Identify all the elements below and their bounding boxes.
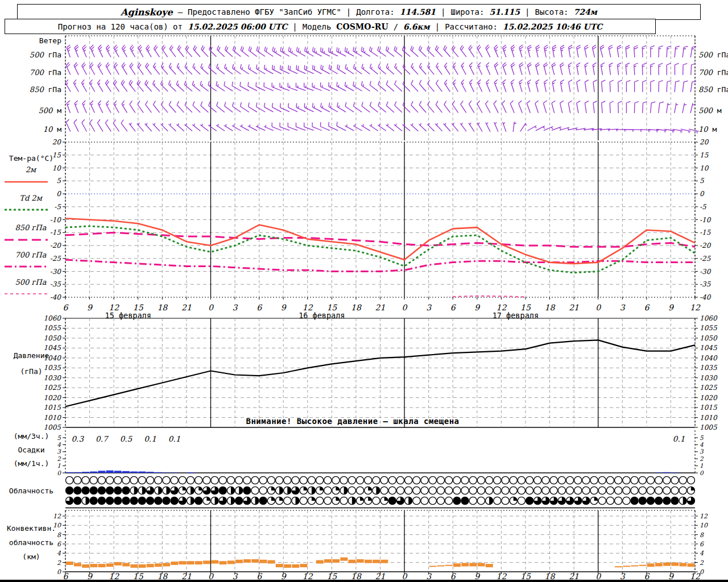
svg-text:0: 0 bbox=[57, 568, 61, 576]
convective-bar bbox=[106, 563, 114, 567]
convective-bar bbox=[486, 564, 493, 567]
svg-text:0: 0 bbox=[595, 303, 601, 312]
svg-text:0: 0 bbox=[700, 469, 704, 476]
precip-bar bbox=[82, 472, 89, 473]
legend-500-line bbox=[5, 292, 48, 296]
svg-text:12: 12 bbox=[53, 513, 61, 520]
convective-bar bbox=[365, 560, 372, 563]
pressure-panel-title: Давление bbox=[1, 351, 61, 360]
convective-panel: 224466881010121200 bbox=[53, 510, 708, 576]
svg-text:1035: 1035 bbox=[700, 364, 718, 372]
svg-text:1060: 1060 bbox=[43, 314, 61, 322]
svg-text:20: 20 bbox=[52, 138, 62, 146]
precip-bar bbox=[66, 472, 73, 473]
precip-bar bbox=[163, 472, 170, 473]
convective-bar bbox=[688, 563, 695, 567]
svg-text:9: 9 bbox=[87, 303, 93, 312]
convective-bar bbox=[437, 566, 445, 567]
convective-bar bbox=[615, 566, 622, 567]
convective-bar bbox=[300, 564, 307, 567]
svg-text:6: 6 bbox=[700, 541, 704, 548]
convective-title-line3: (км) bbox=[1, 552, 61, 561]
precip-bar bbox=[138, 472, 146, 473]
precip-bar bbox=[130, 472, 138, 473]
temp-panel-title: Тем-ра(°C) bbox=[1, 154, 61, 163]
legend-700-line bbox=[5, 265, 48, 268]
pressure-panel: 1060106010551055105010501045104510401040… bbox=[43, 314, 717, 431]
convective-bar bbox=[276, 564, 283, 567]
convective-bar bbox=[357, 559, 364, 563]
convective-title-line2: облачность bbox=[1, 538, 61, 547]
precipitation-panel: 0011223344550.30.70.50.10.10.1 bbox=[57, 430, 704, 476]
precip-3h-amount: 0.1 bbox=[168, 434, 180, 443]
convective-bar bbox=[671, 563, 679, 566]
convective-bar bbox=[469, 563, 477, 566]
precip-rate3-label: (мм/3ч.) bbox=[1, 432, 61, 440]
svg-text:12: 12 bbox=[690, 572, 701, 581]
convective-bar bbox=[139, 564, 146, 568]
svg-text:4: 4 bbox=[700, 550, 704, 557]
convective-bar bbox=[251, 559, 259, 563]
precip-3h-amount: 0.1 bbox=[673, 434, 685, 443]
svg-text:9: 9 bbox=[474, 303, 480, 312]
svg-text:1050: 1050 bbox=[700, 334, 718, 342]
precip-bar bbox=[122, 471, 130, 473]
convective-bar bbox=[679, 563, 686, 566]
precip-bar bbox=[114, 471, 122, 473]
svg-text:21: 21 bbox=[375, 572, 386, 581]
svg-text:0: 0 bbox=[700, 568, 704, 576]
legend-t2m-line bbox=[5, 180, 48, 184]
svg-text:3: 3 bbox=[233, 303, 238, 312]
wind-barbs-row-4 bbox=[67, 101, 694, 113]
wind-level-500hpa-right: 500 гПа bbox=[698, 51, 728, 59]
cloud-row-lower bbox=[65, 497, 694, 504]
wind-level-700hpa-left: 700 гПа bbox=[5, 68, 61, 77]
svg-text:5: 5 bbox=[700, 434, 704, 441]
svg-text:21: 21 bbox=[181, 572, 192, 581]
svg-text:9: 9 bbox=[281, 303, 287, 312]
svg-text:-10: -10 bbox=[50, 216, 62, 224]
svg-text:1020: 1020 bbox=[43, 394, 61, 402]
convective-bar bbox=[316, 560, 324, 564]
wind-level-500m-left: 500 м bbox=[5, 106, 61, 115]
convective-bar bbox=[631, 566, 638, 567]
convective-bar bbox=[147, 564, 154, 567]
svg-text:0: 0 bbox=[57, 469, 61, 476]
svg-text:-5: -5 bbox=[700, 203, 707, 211]
svg-text:5: 5 bbox=[700, 177, 705, 185]
svg-text:-40: -40 bbox=[700, 293, 712, 301]
legend-700-label: 700 гПа bbox=[1, 251, 60, 259]
svg-text:21: 21 bbox=[181, 303, 192, 312]
svg-text:-20: -20 bbox=[50, 242, 62, 250]
cloud-row-middle bbox=[65, 487, 694, 494]
convective-title-line1: Конвективн. bbox=[1, 524, 61, 533]
precip-bar bbox=[74, 472, 81, 473]
legend-850-label: 850 гПа bbox=[1, 223, 60, 232]
svg-text:9: 9 bbox=[87, 572, 93, 581]
svg-text:6: 6 bbox=[63, 572, 69, 581]
svg-text:18: 18 bbox=[351, 303, 362, 312]
wind-level-700hpa-right: 700 гПа bbox=[698, 68, 728, 77]
convective-bar bbox=[171, 562, 178, 565]
svg-text:1010: 1010 bbox=[700, 414, 718, 422]
cloudiness-panel bbox=[65, 476, 695, 508]
convective-bar bbox=[259, 560, 267, 563]
svg-text:1025: 1025 bbox=[43, 384, 61, 392]
convective-bar bbox=[340, 558, 348, 561]
svg-text:1015: 1015 bbox=[43, 404, 61, 411]
bottom-black-band bbox=[0, 580, 728, 582]
convective-bar bbox=[268, 560, 275, 564]
svg-text:6: 6 bbox=[257, 303, 262, 312]
svg-text:1055: 1055 bbox=[43, 324, 61, 332]
svg-text:10: 10 bbox=[700, 522, 708, 529]
svg-text:3: 3 bbox=[426, 572, 432, 581]
convective-bar bbox=[655, 563, 663, 566]
svg-text:21: 21 bbox=[375, 303, 386, 312]
convective-bar bbox=[228, 560, 235, 564]
svg-text:6: 6 bbox=[257, 572, 262, 581]
svg-text:0: 0 bbox=[700, 190, 705, 198]
svg-text:2: 2 bbox=[700, 559, 704, 567]
svg-text:6: 6 bbox=[450, 572, 456, 581]
meteogram-page: Aginskoye — Предоставлено ФГБУ "ЗапСиб У… bbox=[0, 0, 728, 582]
wind-level-10m-right: 10 м bbox=[698, 125, 717, 134]
